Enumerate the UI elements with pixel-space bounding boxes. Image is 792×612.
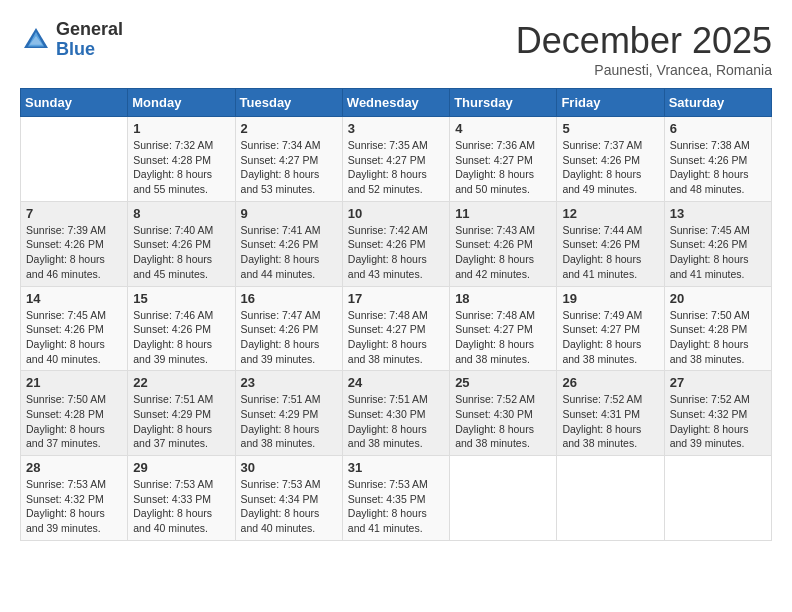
- calendar-cell: 3Sunrise: 7:35 AM Sunset: 4:27 PM Daylig…: [342, 117, 449, 202]
- day-info: Sunrise: 7:49 AM Sunset: 4:27 PM Dayligh…: [562, 308, 658, 367]
- day-info: Sunrise: 7:44 AM Sunset: 4:26 PM Dayligh…: [562, 223, 658, 282]
- logo: General Blue: [20, 20, 123, 60]
- page-header: General Blue December 2025 Paunesti, Vra…: [20, 20, 772, 78]
- calendar-cell: 4Sunrise: 7:36 AM Sunset: 4:27 PM Daylig…: [450, 117, 557, 202]
- calendar-table: SundayMondayTuesdayWednesdayThursdayFrid…: [20, 88, 772, 541]
- day-number: 11: [455, 206, 551, 221]
- calendar-cell: 15Sunrise: 7:46 AM Sunset: 4:26 PM Dayli…: [128, 286, 235, 371]
- day-number: 12: [562, 206, 658, 221]
- column-header-tuesday: Tuesday: [235, 89, 342, 117]
- day-info: Sunrise: 7:48 AM Sunset: 4:27 PM Dayligh…: [348, 308, 444, 367]
- calendar-week-row: 7Sunrise: 7:39 AM Sunset: 4:26 PM Daylig…: [21, 201, 772, 286]
- day-number: 5: [562, 121, 658, 136]
- day-number: 9: [241, 206, 337, 221]
- calendar-week-row: 21Sunrise: 7:50 AM Sunset: 4:28 PM Dayli…: [21, 371, 772, 456]
- day-info: Sunrise: 7:51 AM Sunset: 4:30 PM Dayligh…: [348, 392, 444, 451]
- day-info: Sunrise: 7:32 AM Sunset: 4:28 PM Dayligh…: [133, 138, 229, 197]
- calendar-cell: 25Sunrise: 7:52 AM Sunset: 4:30 PM Dayli…: [450, 371, 557, 456]
- calendar-week-row: 28Sunrise: 7:53 AM Sunset: 4:32 PM Dayli…: [21, 456, 772, 541]
- day-info: Sunrise: 7:50 AM Sunset: 4:28 PM Dayligh…: [26, 392, 122, 451]
- calendar-cell: 29Sunrise: 7:53 AM Sunset: 4:33 PM Dayli…: [128, 456, 235, 541]
- calendar-cell: 9Sunrise: 7:41 AM Sunset: 4:26 PM Daylig…: [235, 201, 342, 286]
- column-header-monday: Monday: [128, 89, 235, 117]
- calendar-cell: 11Sunrise: 7:43 AM Sunset: 4:26 PM Dayli…: [450, 201, 557, 286]
- day-info: Sunrise: 7:48 AM Sunset: 4:27 PM Dayligh…: [455, 308, 551, 367]
- calendar-cell: 19Sunrise: 7:49 AM Sunset: 4:27 PM Dayli…: [557, 286, 664, 371]
- day-number: 21: [26, 375, 122, 390]
- day-number: 29: [133, 460, 229, 475]
- day-info: Sunrise: 7:51 AM Sunset: 4:29 PM Dayligh…: [241, 392, 337, 451]
- day-number: 20: [670, 291, 766, 306]
- day-number: 4: [455, 121, 551, 136]
- day-number: 7: [26, 206, 122, 221]
- calendar-cell: 30Sunrise: 7:53 AM Sunset: 4:34 PM Dayli…: [235, 456, 342, 541]
- day-info: Sunrise: 7:50 AM Sunset: 4:28 PM Dayligh…: [670, 308, 766, 367]
- logo-blue: Blue: [56, 40, 123, 60]
- day-info: Sunrise: 7:45 AM Sunset: 4:26 PM Dayligh…: [26, 308, 122, 367]
- calendar-cell: 16Sunrise: 7:47 AM Sunset: 4:26 PM Dayli…: [235, 286, 342, 371]
- month-title: December 2025: [516, 20, 772, 62]
- day-info: Sunrise: 7:52 AM Sunset: 4:32 PM Dayligh…: [670, 392, 766, 451]
- day-info: Sunrise: 7:35 AM Sunset: 4:27 PM Dayligh…: [348, 138, 444, 197]
- calendar-cell: 8Sunrise: 7:40 AM Sunset: 4:26 PM Daylig…: [128, 201, 235, 286]
- day-number: 18: [455, 291, 551, 306]
- day-info: Sunrise: 7:47 AM Sunset: 4:26 PM Dayligh…: [241, 308, 337, 367]
- day-info: Sunrise: 7:43 AM Sunset: 4:26 PM Dayligh…: [455, 223, 551, 282]
- calendar-cell: 27Sunrise: 7:52 AM Sunset: 4:32 PM Dayli…: [664, 371, 771, 456]
- calendar-week-row: 14Sunrise: 7:45 AM Sunset: 4:26 PM Dayli…: [21, 286, 772, 371]
- day-info: Sunrise: 7:39 AM Sunset: 4:26 PM Dayligh…: [26, 223, 122, 282]
- day-number: 13: [670, 206, 766, 221]
- day-info: Sunrise: 7:42 AM Sunset: 4:26 PM Dayligh…: [348, 223, 444, 282]
- day-number: 8: [133, 206, 229, 221]
- calendar-cell: [450, 456, 557, 541]
- day-number: 30: [241, 460, 337, 475]
- calendar-cell: [664, 456, 771, 541]
- title-block: December 2025 Paunesti, Vrancea, Romania: [516, 20, 772, 78]
- logo-general: General: [56, 20, 123, 40]
- day-info: Sunrise: 7:46 AM Sunset: 4:26 PM Dayligh…: [133, 308, 229, 367]
- day-info: Sunrise: 7:52 AM Sunset: 4:30 PM Dayligh…: [455, 392, 551, 451]
- logo-icon: [20, 24, 52, 56]
- calendar-cell: 1Sunrise: 7:32 AM Sunset: 4:28 PM Daylig…: [128, 117, 235, 202]
- calendar-cell: 17Sunrise: 7:48 AM Sunset: 4:27 PM Dayli…: [342, 286, 449, 371]
- calendar-cell: 20Sunrise: 7:50 AM Sunset: 4:28 PM Dayli…: [664, 286, 771, 371]
- day-number: 15: [133, 291, 229, 306]
- calendar-cell: 14Sunrise: 7:45 AM Sunset: 4:26 PM Dayli…: [21, 286, 128, 371]
- calendar-header-row: SundayMondayTuesdayWednesdayThursdayFrid…: [21, 89, 772, 117]
- day-number: 2: [241, 121, 337, 136]
- day-number: 31: [348, 460, 444, 475]
- day-number: 3: [348, 121, 444, 136]
- day-info: Sunrise: 7:51 AM Sunset: 4:29 PM Dayligh…: [133, 392, 229, 451]
- day-number: 6: [670, 121, 766, 136]
- day-number: 10: [348, 206, 444, 221]
- calendar-cell: 10Sunrise: 7:42 AM Sunset: 4:26 PM Dayli…: [342, 201, 449, 286]
- day-info: Sunrise: 7:52 AM Sunset: 4:31 PM Dayligh…: [562, 392, 658, 451]
- calendar-cell: [21, 117, 128, 202]
- day-info: Sunrise: 7:53 AM Sunset: 4:32 PM Dayligh…: [26, 477, 122, 536]
- calendar-cell: 23Sunrise: 7:51 AM Sunset: 4:29 PM Dayli…: [235, 371, 342, 456]
- calendar-cell: 28Sunrise: 7:53 AM Sunset: 4:32 PM Dayli…: [21, 456, 128, 541]
- day-info: Sunrise: 7:38 AM Sunset: 4:26 PM Dayligh…: [670, 138, 766, 197]
- calendar-cell: 13Sunrise: 7:45 AM Sunset: 4:26 PM Dayli…: [664, 201, 771, 286]
- day-number: 27: [670, 375, 766, 390]
- day-info: Sunrise: 7:53 AM Sunset: 4:33 PM Dayligh…: [133, 477, 229, 536]
- day-number: 25: [455, 375, 551, 390]
- day-number: 26: [562, 375, 658, 390]
- day-number: 14: [26, 291, 122, 306]
- calendar-cell: 26Sunrise: 7:52 AM Sunset: 4:31 PM Dayli…: [557, 371, 664, 456]
- calendar-week-row: 1Sunrise: 7:32 AM Sunset: 4:28 PM Daylig…: [21, 117, 772, 202]
- calendar-cell: 6Sunrise: 7:38 AM Sunset: 4:26 PM Daylig…: [664, 117, 771, 202]
- day-number: 16: [241, 291, 337, 306]
- day-number: 1: [133, 121, 229, 136]
- day-info: Sunrise: 7:53 AM Sunset: 4:34 PM Dayligh…: [241, 477, 337, 536]
- calendar-cell: 18Sunrise: 7:48 AM Sunset: 4:27 PM Dayli…: [450, 286, 557, 371]
- calendar-cell: 24Sunrise: 7:51 AM Sunset: 4:30 PM Dayli…: [342, 371, 449, 456]
- column-header-friday: Friday: [557, 89, 664, 117]
- column-header-saturday: Saturday: [664, 89, 771, 117]
- day-number: 23: [241, 375, 337, 390]
- day-number: 22: [133, 375, 229, 390]
- day-number: 24: [348, 375, 444, 390]
- column-header-wednesday: Wednesday: [342, 89, 449, 117]
- day-info: Sunrise: 7:36 AM Sunset: 4:27 PM Dayligh…: [455, 138, 551, 197]
- calendar-cell: 7Sunrise: 7:39 AM Sunset: 4:26 PM Daylig…: [21, 201, 128, 286]
